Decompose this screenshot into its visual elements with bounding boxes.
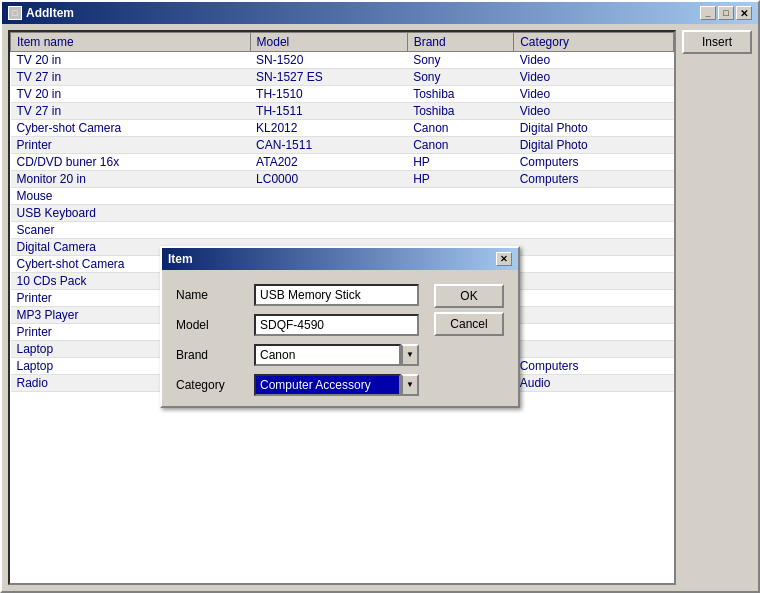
cell-name: TV 27 in bbox=[11, 103, 251, 120]
cell-name: Monitor 20 in bbox=[11, 171, 251, 188]
cell-category bbox=[514, 205, 674, 222]
model-input[interactable] bbox=[254, 314, 419, 336]
category-dropdown-arrow[interactable]: ▼ bbox=[401, 374, 419, 396]
title-buttons: _ □ ✕ bbox=[700, 6, 752, 20]
table-row[interactable]: Monitor 20 inLC0000HPComputers bbox=[11, 171, 674, 188]
cell-category bbox=[514, 324, 674, 341]
cell-category: Audio bbox=[514, 375, 674, 392]
table-row[interactable]: PrinterCAN-1511CanonDigital Photo bbox=[11, 137, 674, 154]
minimize-button[interactable]: _ bbox=[700, 6, 716, 20]
cell-brand: Toshiba bbox=[407, 103, 514, 120]
cell-model: SN-1520 bbox=[250, 52, 407, 69]
col-category: Category bbox=[514, 33, 674, 52]
title-bar-left: □ AddItem bbox=[8, 6, 74, 20]
col-brand: Brand bbox=[407, 33, 514, 52]
close-button[interactable]: ✕ bbox=[736, 6, 752, 20]
cell-name: CD/DVD buner 16x bbox=[11, 154, 251, 171]
cell-model: CAN-1511 bbox=[250, 137, 407, 154]
category-select[interactable]: Computer AccessoryComputersVideoAudioDig… bbox=[254, 374, 401, 396]
cell-category: Video bbox=[514, 69, 674, 86]
dialog-close-button[interactable]: ✕ bbox=[496, 252, 512, 266]
brand-select-wrapper: CanonSonyHPToshiba ▼ bbox=[254, 344, 419, 366]
table-row[interactable]: TV 20 inSN-1520SonyVideo bbox=[11, 52, 674, 69]
model-label: Model bbox=[176, 318, 246, 332]
cell-brand bbox=[407, 222, 514, 239]
category-label: Category bbox=[176, 378, 246, 392]
dialog-action-buttons: OK Cancel bbox=[434, 284, 504, 336]
table-row[interactable]: CD/DVD buner 16xATA202HPComputers bbox=[11, 154, 674, 171]
cell-category: Computers bbox=[514, 171, 674, 188]
cell-category bbox=[514, 307, 674, 324]
cell-model bbox=[250, 222, 407, 239]
name-label: Name bbox=[176, 288, 246, 302]
cell-model: TH-1511 bbox=[250, 103, 407, 120]
name-input[interactable] bbox=[254, 284, 419, 306]
cell-category bbox=[514, 188, 674, 205]
table-row[interactable]: Scaner bbox=[11, 222, 674, 239]
cell-brand: HP bbox=[407, 171, 514, 188]
cell-model: LC0000 bbox=[250, 171, 407, 188]
main-window: □ AddItem _ □ ✕ Item name Model Brand Ca… bbox=[0, 0, 760, 593]
title-bar: □ AddItem _ □ ✕ bbox=[2, 2, 758, 24]
cell-name: Mouse bbox=[11, 188, 251, 205]
dialog-title-bar: Item ✕ bbox=[162, 248, 518, 270]
cell-brand bbox=[407, 205, 514, 222]
cell-category: Digital Photo bbox=[514, 120, 674, 137]
cell-brand: Sony bbox=[407, 52, 514, 69]
cell-model: TH-1510 bbox=[250, 86, 407, 103]
dialog-title: Item bbox=[168, 252, 193, 266]
table-row[interactable]: TV 27 inSN-1527 ESSonyVideo bbox=[11, 69, 674, 86]
cell-brand: Toshiba bbox=[407, 86, 514, 103]
cell-brand bbox=[407, 188, 514, 205]
cell-category: Video bbox=[514, 103, 674, 120]
cell-model bbox=[250, 188, 407, 205]
cell-model bbox=[250, 205, 407, 222]
brand-dropdown-arrow[interactable]: ▼ bbox=[401, 344, 419, 366]
cell-category bbox=[514, 239, 674, 256]
sidebar-buttons: Insert bbox=[682, 30, 752, 585]
cell-model: ATA202 bbox=[250, 154, 407, 171]
col-item-name: Item name bbox=[11, 33, 251, 52]
cell-name: TV 27 in bbox=[11, 69, 251, 86]
cancel-button[interactable]: Cancel bbox=[434, 312, 504, 336]
item-dialog: Item ✕ Name Model Brand Canon bbox=[160, 246, 520, 408]
cell-name: TV 20 in bbox=[11, 86, 251, 103]
brand-select[interactable]: CanonSonyHPToshiba bbox=[254, 344, 401, 366]
cell-category bbox=[514, 222, 674, 239]
table-row[interactable]: USB Keyboard bbox=[11, 205, 674, 222]
cell-category bbox=[514, 290, 674, 307]
cell-brand: Canon bbox=[407, 120, 514, 137]
category-select-wrapper: Computer AccessoryComputersVideoAudioDig… bbox=[254, 374, 419, 396]
table-row[interactable]: Mouse bbox=[11, 188, 674, 205]
cell-category: Digital Photo bbox=[514, 137, 674, 154]
ok-button[interactable]: OK bbox=[434, 284, 504, 308]
insert-button[interactable]: Insert bbox=[682, 30, 752, 54]
window-icon: □ bbox=[8, 6, 22, 20]
table-row[interactable]: TV 20 inTH-1510ToshibaVideo bbox=[11, 86, 674, 103]
cell-category: Video bbox=[514, 52, 674, 69]
cell-category: Video bbox=[514, 86, 674, 103]
cell-name: Scaner bbox=[11, 222, 251, 239]
brand-label: Brand bbox=[176, 348, 246, 362]
cell-model: SN-1527 ES bbox=[250, 69, 407, 86]
cell-category: Computers bbox=[514, 154, 674, 171]
table-row[interactable]: TV 27 inTH-1511ToshibaVideo bbox=[11, 103, 674, 120]
cell-name: USB Keyboard bbox=[11, 205, 251, 222]
cell-brand: HP bbox=[407, 154, 514, 171]
cell-category bbox=[514, 256, 674, 273]
maximize-button[interactable]: □ bbox=[718, 6, 734, 20]
cell-category bbox=[514, 341, 674, 358]
cell-category bbox=[514, 273, 674, 290]
table-row[interactable]: Cyber-shot CameraKL2012CanonDigital Phot… bbox=[11, 120, 674, 137]
window-title: AddItem bbox=[26, 6, 74, 20]
col-model: Model bbox=[250, 33, 407, 52]
cell-name: Printer bbox=[11, 137, 251, 154]
cell-name: Cyber-shot Camera bbox=[11, 120, 251, 137]
cell-name: TV 20 in bbox=[11, 52, 251, 69]
cell-model: KL2012 bbox=[250, 120, 407, 137]
cell-brand: Canon bbox=[407, 137, 514, 154]
cell-brand: Sony bbox=[407, 69, 514, 86]
cell-category: Computers bbox=[514, 358, 674, 375]
